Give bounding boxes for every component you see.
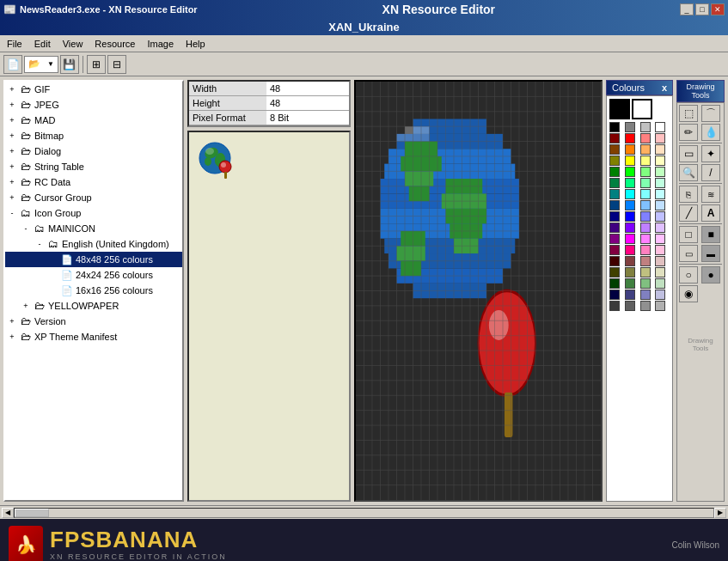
tree-item-dialog[interactable]: + 🗁 Dialog (5, 143, 182, 159)
ellipse-outline-tool[interactable]: ○ (679, 266, 698, 284)
color-swatch[interactable] (609, 278, 620, 289)
tree-item-cursorgroup[interactable]: + 🗁 Cursor Group (5, 190, 182, 205)
tree-item-48x48[interactable]: + 📄 48x48 256 colours (5, 252, 182, 267)
color-swatch[interactable] (625, 245, 635, 255)
brush-tool[interactable]: / (701, 164, 720, 181)
color-swatch[interactable] (655, 290, 665, 300)
expand-dialog[interactable]: + (5, 144, 19, 158)
rounded-rect-tool[interactable]: ▭ (679, 245, 698, 262)
open-dropdown[interactable]: 📂 ▼ (24, 56, 58, 73)
color-swatch[interactable] (625, 178, 635, 188)
tree-item-xptheme[interactable]: + 🗁 XP Theme Manifest (5, 329, 182, 345)
color-swatch[interactable] (655, 200, 665, 210)
menu-image[interactable]: Image (142, 37, 179, 51)
minimize-button[interactable]: _ (680, 3, 694, 15)
maximize-button[interactable]: □ (695, 3, 709, 15)
color-swatch[interactable] (609, 155, 620, 166)
color-swatch[interactable] (609, 267, 620, 277)
tree-panel[interactable]: + 🗁 GIF + 🗁 JPEG + 🗁 MAD + 🗁 Bitmap + 🗁 … (3, 80, 184, 502)
eyedropper-tool[interactable]: 💧 (701, 124, 720, 141)
color-swatch[interactable] (609, 245, 620, 255)
color-swatch[interactable] (655, 122, 665, 132)
color-swatch[interactable] (609, 290, 620, 300)
expand-mad[interactable]: + (5, 113, 19, 127)
color-swatch[interactable] (625, 234, 635, 244)
color-swatch[interactable] (609, 122, 620, 132)
color-swatch[interactable] (625, 133, 635, 143)
tree-item-mad[interactable]: + 🗁 MAD (5, 113, 182, 128)
expand-rcdata[interactable]: + (5, 175, 19, 189)
scroll-track[interactable] (14, 508, 714, 518)
color-swatch[interactable] (609, 133, 620, 143)
menu-edit[interactable]: Edit (29, 37, 56, 51)
expand-stringtable[interactable]: + (5, 160, 19, 174)
expand-xptheme[interactable]: + (5, 330, 19, 344)
scroll-right-button[interactable]: ▶ (714, 508, 726, 518)
color-swatch[interactable] (640, 290, 651, 300)
ellipse-filled-tool[interactable]: ● (701, 266, 720, 284)
color-swatch[interactable] (655, 245, 665, 255)
save-button[interactable]: 💾 (60, 55, 79, 74)
tree-expand-button[interactable]: ⊞ (87, 55, 106, 74)
ellipse-3-tool[interactable]: ◉ (679, 285, 698, 302)
color-swatch[interactable] (609, 223, 620, 233)
tree-item-mainicon[interactable]: - 🗂 MAINICON (5, 221, 182, 236)
color-swatch[interactable] (625, 278, 635, 289)
color-swatch[interactable] (655, 301, 665, 311)
tree-item-jpeg[interactable]: + 🗁 JPEG (5, 97, 182, 113)
tree-collapse-button[interactable]: ⊟ (107, 55, 126, 74)
expand-cursorgroup[interactable]: + (5, 191, 19, 204)
color-swatch[interactable] (640, 133, 651, 143)
color-swatch[interactable] (640, 178, 651, 188)
color-swatch[interactable] (609, 189, 620, 199)
color-swatch[interactable] (609, 200, 620, 210)
rect-filled-tool[interactable]: ■ (701, 226, 720, 243)
color-swatch[interactable] (625, 223, 635, 233)
primary-color-swatch[interactable] (609, 99, 630, 119)
eraser-tool[interactable]: ▭ (679, 145, 698, 162)
color-swatch[interactable] (625, 290, 635, 300)
dotted-rect-tool[interactable]: ⬚ (679, 105, 698, 122)
tree-item-stringtable[interactable]: + 🗁 String Table (5, 159, 182, 174)
color-swatch[interactable] (625, 267, 635, 277)
expand-bitmap[interactable]: + (5, 129, 19, 143)
color-swatch[interactable] (640, 200, 651, 210)
color-swatch[interactable] (640, 234, 651, 244)
color-swatch[interactable] (640, 155, 651, 166)
line-tool[interactable]: ╱ (679, 204, 698, 222)
scroll-left-button[interactable]: ◀ (2, 508, 14, 518)
color-swatch[interactable] (640, 223, 651, 233)
color-swatch[interactable] (655, 278, 665, 289)
rect-outline-tool[interactable]: □ (679, 226, 698, 243)
close-button[interactable]: ✕ (711, 3, 725, 15)
scroll-thumb[interactable] (15, 509, 49, 517)
expand-english[interactable]: - (33, 237, 46, 251)
menu-view[interactable]: View (58, 37, 89, 51)
color-swatch[interactable] (640, 211, 651, 222)
expand-yellowpaper[interactable]: + (19, 299, 33, 313)
tree-item-16x16[interactable]: + 📄 16x16 256 colours (5, 283, 182, 298)
expand-gif[interactable]: + (5, 82, 19, 96)
color-swatch[interactable] (655, 223, 665, 233)
secondary-color-swatch[interactable] (632, 99, 652, 119)
lasso-tool[interactable]: ⌒ (701, 105, 720, 122)
color-swatch[interactable] (640, 256, 651, 266)
color-swatch[interactable] (640, 245, 651, 255)
color-swatch[interactable] (625, 211, 635, 222)
color-swatch[interactable] (655, 155, 665, 166)
pencil-tool[interactable]: ✏ (679, 124, 698, 141)
color-swatch[interactable] (609, 301, 620, 311)
color-swatch[interactable] (640, 144, 651, 155)
color-swatch[interactable] (609, 144, 620, 155)
color-swatch[interactable] (625, 144, 635, 155)
rounded-filled-tool[interactable]: ▬ (701, 245, 720, 262)
expand-version[interactable]: + (5, 314, 19, 328)
color-swatch[interactable] (655, 189, 665, 199)
tree-item-bitmap[interactable]: + 🗁 Bitmap (5, 128, 182, 143)
color-swatch[interactable] (609, 211, 620, 222)
color-swatch[interactable] (655, 211, 665, 222)
expand-mainicon[interactable]: - (19, 222, 33, 235)
color-swatch[interactable] (625, 167, 635, 177)
color-swatch[interactable] (625, 200, 635, 210)
color-swatch[interactable] (655, 256, 665, 266)
